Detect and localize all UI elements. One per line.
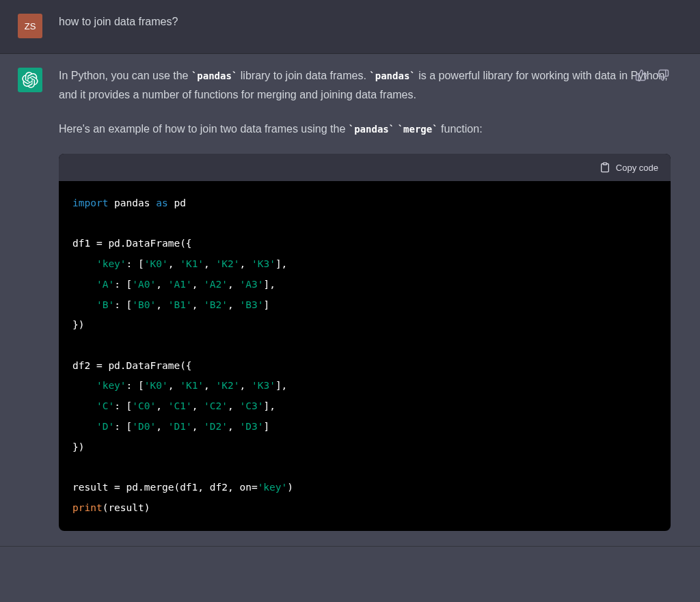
assistant-paragraph-1: In Python, you can use the `pandas` libr… [59, 66, 671, 105]
openai-logo-icon [22, 72, 38, 88]
assistant-message-body: In Python, you can use the `pandas` libr… [59, 66, 671, 531]
text-fragment: Here's an example of how to join two dat… [59, 123, 349, 135]
code-block: Copy code import pandas as pd df1 = pd.D… [59, 154, 671, 531]
inline-code: `merge` [398, 124, 438, 135]
user-question: how to join data frames? [59, 12, 671, 31]
user-message: ZS how to join data frames? [0, 0, 700, 54]
user-avatar: ZS [18, 14, 42, 38]
assistant-paragraph-2: Here's an example of how to join two dat… [59, 120, 671, 139]
text-fragment: In Python, you can use the [59, 70, 191, 81]
assistant-message: In Python, you can use the `pandas` libr… [0, 54, 700, 547]
inline-code: `pandas` [369, 70, 415, 81]
clipboard-icon [600, 162, 610, 173]
assistant-avatar [18, 68, 42, 92]
thumbs-up-icon [635, 69, 647, 81]
svg-rect-0 [603, 163, 606, 165]
user-initials: ZS [25, 21, 36, 31]
user-message-text: how to join data frames? [59, 12, 671, 38]
inline-code: `pandas` [191, 70, 237, 81]
inline-code: `pandas` [349, 124, 394, 135]
feedback-buttons [634, 68, 671, 83]
thumbs-down-button[interactable] [656, 68, 671, 83]
thumbs-down-icon [657, 69, 669, 81]
thumbs-up-button[interactable] [634, 68, 649, 83]
text-fragment: library to join data frames. [237, 70, 369, 81]
code-block-header: Copy code [59, 154, 671, 181]
copy-code-button[interactable]: Copy code [600, 162, 658, 173]
copy-code-label: Copy code [616, 163, 658, 173]
code-content: import pandas as pd df1 = pd.DataFrame({… [59, 181, 671, 531]
text-fragment: function: [438, 123, 483, 135]
